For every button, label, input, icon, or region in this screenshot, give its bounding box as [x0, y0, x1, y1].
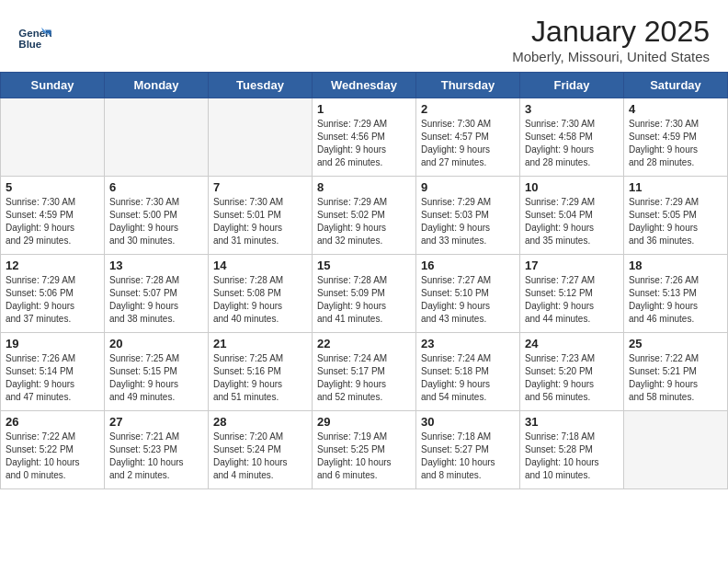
- calendar-cell: 30Sunrise: 7:18 AMSunset: 5:27 PMDayligh…: [416, 411, 520, 489]
- day-number: 16: [421, 259, 515, 272]
- calendar-header-row: SundayMondayTuesdayWednesdayThursdayFrid…: [1, 73, 728, 98]
- day-number: 31: [525, 415, 619, 429]
- day-number: 21: [213, 337, 307, 350]
- calendar-cell: 20Sunrise: 7:25 AMSunset: 5:15 PMDayligh…: [105, 333, 209, 411]
- day-info: Sunrise: 7:22 AMSunset: 5:22 PMDaylight:…: [6, 431, 99, 482]
- calendar-cell: 12Sunrise: 7:29 AMSunset: 5:06 PMDayligh…: [1, 255, 105, 333]
- day-info: Sunrise: 7:21 AMSunset: 5:23 PMDaylight:…: [109, 431, 203, 482]
- day-number: 28: [213, 415, 307, 429]
- day-number: 6: [109, 180, 203, 194]
- calendar-cell: 28Sunrise: 7:20 AMSunset: 5:24 PMDayligh…: [209, 411, 313, 489]
- day-info: Sunrise: 7:26 AMSunset: 5:14 PMDaylight:…: [6, 352, 99, 404]
- calendar-table: SundayMondayTuesdayWednesdayThursdayFrid…: [0, 72, 728, 489]
- calendar-cell: 31Sunrise: 7:18 AMSunset: 5:28 PMDayligh…: [520, 411, 624, 489]
- day-number: 15: [317, 259, 411, 272]
- day-info: Sunrise: 7:28 AMSunset: 5:08 PMDaylight:…: [213, 274, 307, 326]
- day-of-week-header: Tuesday: [209, 73, 313, 98]
- calendar-cell: [209, 98, 313, 177]
- day-info: Sunrise: 7:19 AMSunset: 5:25 PMDaylight:…: [317, 431, 411, 482]
- calendar-cell: 2Sunrise: 7:30 AMSunset: 4:57 PMDaylight…: [416, 98, 520, 177]
- day-info: Sunrise: 7:23 AMSunset: 5:20 PMDaylight:…: [525, 352, 619, 404]
- calendar-week-row: 26Sunrise: 7:22 AMSunset: 5:22 PMDayligh…: [1, 411, 728, 489]
- day-of-week-header: Monday: [105, 73, 209, 98]
- month-title: January 2025: [512, 15, 710, 49]
- day-number: 30: [421, 415, 515, 429]
- day-of-week-header: Friday: [520, 73, 624, 98]
- calendar-cell: 24Sunrise: 7:23 AMSunset: 5:20 PMDayligh…: [520, 333, 624, 411]
- day-number: 18: [629, 259, 722, 272]
- day-info: Sunrise: 7:30 AMSunset: 4:58 PMDaylight:…: [525, 118, 619, 169]
- day-info: Sunrise: 7:25 AMSunset: 5:15 PMDaylight:…: [109, 352, 203, 404]
- calendar-cell: 17Sunrise: 7:27 AMSunset: 5:12 PMDayligh…: [520, 255, 624, 333]
- day-info: Sunrise: 7:26 AMSunset: 5:13 PMDaylight:…: [629, 274, 722, 326]
- calendar-cell: [624, 411, 728, 489]
- calendar-cell: 8Sunrise: 7:29 AMSunset: 5:02 PMDaylight…: [313, 177, 416, 255]
- day-number: 7: [213, 180, 307, 194]
- calendar-cell: 3Sunrise: 7:30 AMSunset: 4:58 PMDaylight…: [520, 98, 624, 177]
- day-info: Sunrise: 7:18 AMSunset: 5:27 PMDaylight:…: [421, 431, 515, 482]
- calendar-week-row: 19Sunrise: 7:26 AMSunset: 5:14 PMDayligh…: [1, 333, 728, 411]
- day-info: Sunrise: 7:29 AMSunset: 5:04 PMDaylight:…: [525, 196, 619, 247]
- calendar-cell: 29Sunrise: 7:19 AMSunset: 5:25 PMDayligh…: [313, 411, 416, 489]
- day-number: 9: [421, 180, 515, 194]
- day-info: Sunrise: 7:30 AMSunset: 4:57 PMDaylight:…: [421, 118, 515, 169]
- day-info: Sunrise: 7:27 AMSunset: 5:10 PMDaylight:…: [421, 274, 515, 326]
- day-number: 19: [6, 337, 99, 350]
- calendar-cell: 21Sunrise: 7:25 AMSunset: 5:16 PMDayligh…: [209, 333, 313, 411]
- location: Moberly, Missouri, United States: [512, 49, 710, 64]
- day-info: Sunrise: 7:25 AMSunset: 5:16 PMDaylight:…: [213, 352, 307, 404]
- calendar-cell: 22Sunrise: 7:24 AMSunset: 5:17 PMDayligh…: [313, 333, 416, 411]
- calendar-cell: 6Sunrise: 7:30 AMSunset: 5:00 PMDaylight…: [105, 177, 209, 255]
- calendar-cell: 10Sunrise: 7:29 AMSunset: 5:04 PMDayligh…: [520, 177, 624, 255]
- day-number: 20: [109, 337, 203, 350]
- page-header: General Blue January 2025 Moberly, Misso…: [0, 0, 728, 72]
- calendar-cell: 13Sunrise: 7:28 AMSunset: 5:07 PMDayligh…: [105, 255, 209, 333]
- day-info: Sunrise: 7:29 AMSunset: 5:05 PMDaylight:…: [629, 196, 722, 247]
- day-number: 11: [629, 180, 722, 194]
- svg-text:Blue: Blue: [18, 39, 41, 50]
- calendar-cell: 26Sunrise: 7:22 AMSunset: 5:22 PMDayligh…: [1, 411, 105, 489]
- calendar-week-row: 12Sunrise: 7:29 AMSunset: 5:06 PMDayligh…: [1, 255, 728, 333]
- day-of-week-header: Saturday: [624, 73, 728, 98]
- day-number: 17: [525, 259, 619, 272]
- calendar-cell: 15Sunrise: 7:28 AMSunset: 5:09 PMDayligh…: [313, 255, 416, 333]
- calendar-week-row: 1Sunrise: 7:29 AMSunset: 4:56 PMDaylight…: [1, 98, 728, 177]
- calendar-cell: [1, 98, 105, 177]
- day-info: Sunrise: 7:29 AMSunset: 5:06 PMDaylight:…: [6, 274, 99, 326]
- day-number: 25: [629, 337, 722, 350]
- day-number: 23: [421, 337, 515, 350]
- calendar-cell: 25Sunrise: 7:22 AMSunset: 5:21 PMDayligh…: [624, 333, 728, 411]
- day-number: 27: [109, 415, 203, 429]
- day-info: Sunrise: 7:29 AMSunset: 5:02 PMDaylight:…: [317, 196, 411, 247]
- day-number: 1: [317, 102, 411, 116]
- calendar-cell: 11Sunrise: 7:29 AMSunset: 5:05 PMDayligh…: [624, 177, 728, 255]
- day-info: Sunrise: 7:29 AMSunset: 4:56 PMDaylight:…: [317, 118, 411, 169]
- day-of-week-header: Thursday: [416, 73, 520, 98]
- day-number: 24: [525, 337, 619, 350]
- day-info: Sunrise: 7:20 AMSunset: 5:24 PMDaylight:…: [213, 431, 307, 482]
- calendar-cell: 16Sunrise: 7:27 AMSunset: 5:10 PMDayligh…: [416, 255, 520, 333]
- day-number: 26: [6, 415, 99, 429]
- day-info: Sunrise: 7:30 AMSunset: 4:59 PMDaylight:…: [629, 118, 722, 169]
- calendar-week-row: 5Sunrise: 7:30 AMSunset: 4:59 PMDaylight…: [1, 177, 728, 255]
- day-info: Sunrise: 7:18 AMSunset: 5:28 PMDaylight:…: [525, 431, 619, 482]
- day-info: Sunrise: 7:24 AMSunset: 5:18 PMDaylight:…: [421, 352, 515, 404]
- day-number: 8: [317, 180, 411, 194]
- day-number: 4: [629, 102, 722, 116]
- day-number: 12: [6, 259, 99, 272]
- calendar-cell: 4Sunrise: 7:30 AMSunset: 4:59 PMDaylight…: [624, 98, 728, 177]
- logo-icon: General Blue: [18, 26, 51, 53]
- day-number: 13: [109, 259, 203, 272]
- day-info: Sunrise: 7:28 AMSunset: 5:09 PMDaylight:…: [317, 274, 411, 326]
- day-info: Sunrise: 7:30 AMSunset: 5:00 PMDaylight:…: [109, 196, 203, 247]
- day-info: Sunrise: 7:29 AMSunset: 5:03 PMDaylight:…: [421, 196, 515, 247]
- day-info: Sunrise: 7:22 AMSunset: 5:21 PMDaylight:…: [629, 352, 722, 404]
- title-block: January 2025 Moberly, Missouri, United S…: [512, 15, 710, 64]
- calendar-cell: [105, 98, 209, 177]
- day-info: Sunrise: 7:30 AMSunset: 4:59 PMDaylight:…: [6, 196, 99, 247]
- calendar-cell: 9Sunrise: 7:29 AMSunset: 5:03 PMDaylight…: [416, 177, 520, 255]
- day-info: Sunrise: 7:28 AMSunset: 5:07 PMDaylight:…: [109, 274, 203, 326]
- day-info: Sunrise: 7:27 AMSunset: 5:12 PMDaylight:…: [525, 274, 619, 326]
- day-number: 29: [317, 415, 411, 429]
- day-number: 10: [525, 180, 619, 194]
